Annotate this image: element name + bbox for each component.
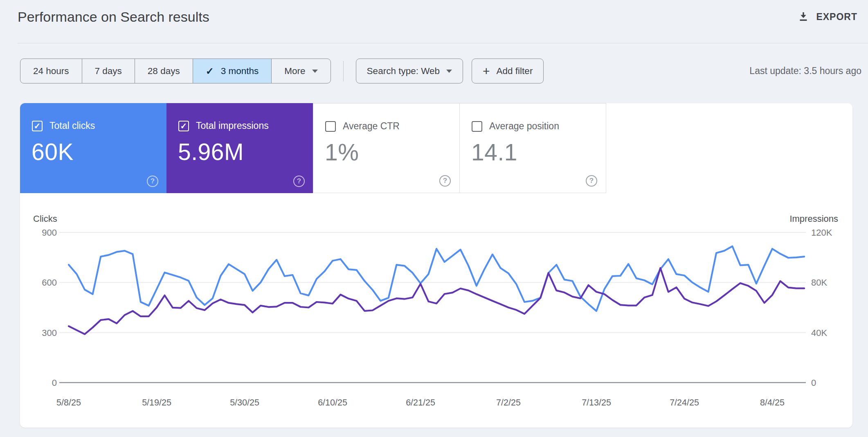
check-icon: ✓ [206, 65, 214, 77]
svg-text:6/21/25: 6/21/25 [406, 398, 435, 408]
svg-text:7/24/25: 7/24/25 [670, 398, 699, 408]
svg-text:300: 300 [42, 328, 57, 338]
metric-value: 5.96M [178, 138, 244, 165]
search-type-label: Search type: Web [367, 66, 440, 77]
toolbar-divider [343, 61, 344, 81]
chip-label: More [284, 66, 305, 77]
metric-label: Total impressions [196, 120, 269, 131]
search-type-dropdown[interactable]: Search type: Web [356, 59, 463, 83]
metric-value: 60K [31, 138, 74, 165]
checkbox-average-position[interactable] [472, 121, 482, 132]
metric-card-total-impressions[interactable]: ✓ Total impressions 5.96M ? [166, 103, 313, 193]
help-icon[interactable]: ? [439, 175, 451, 187]
metric-label: Total clicks [49, 120, 95, 131]
header-divider [18, 43, 868, 43]
help-icon[interactable]: ? [147, 176, 158, 187]
performance-panel: ✓ Total clicks 60K ? ✓ Total impressions… [20, 103, 852, 428]
svg-text:40K: 40K [811, 328, 827, 338]
svg-text:0: 0 [52, 378, 57, 388]
date-range-group: 24 hours 7 days 28 days ✓ 3 months More [20, 59, 331, 83]
metric-label: Average position [489, 121, 559, 132]
svg-text:5/19/25: 5/19/25 [142, 398, 171, 408]
svg-text:0: 0 [811, 378, 816, 388]
chevron-down-icon [312, 70, 318, 73]
date-range-24-hours[interactable]: 24 hours [20, 59, 82, 83]
svg-text:5/30/25: 5/30/25 [230, 398, 259, 408]
help-icon[interactable]: ? [586, 175, 597, 187]
metric-label: Average CTR [343, 121, 400, 132]
last-update-text: Last update: 3.5 hours ago [749, 65, 861, 77]
metric-card-total-clicks[interactable]: ✓ Total clicks 60K ? [20, 103, 167, 193]
checkbox-total-impressions[interactable]: ✓ [178, 121, 189, 131]
svg-text:5/8/25: 5/8/25 [56, 398, 81, 408]
date-range-more[interactable]: More [272, 59, 330, 83]
svg-text:7/2/25: 7/2/25 [496, 398, 521, 408]
svg-text:80K: 80K [811, 277, 827, 288]
svg-text:Clicks: Clicks [33, 214, 57, 224]
download-icon [797, 11, 810, 23]
date-range-7-days[interactable]: 7 days [82, 59, 135, 83]
metric-value: 1% [325, 139, 359, 166]
svg-text:120K: 120K [811, 228, 832, 238]
svg-text:900: 900 [42, 228, 57, 238]
svg-text:6/10/25: 6/10/25 [318, 398, 347, 408]
chip-label: 7 days [95, 66, 122, 77]
svg-text:Impressions: Impressions [789, 214, 838, 224]
help-icon[interactable]: ? [293, 176, 305, 187]
checkbox-total-clicks[interactable]: ✓ [32, 121, 43, 131]
date-range-3-months[interactable]: ✓ 3 months [193, 59, 272, 83]
toolbar: 24 hours 7 days 28 days ✓ 3 months More … [20, 59, 861, 83]
add-filter-button[interactable]: + Add filter [472, 59, 544, 83]
add-filter-label: Add filter [497, 66, 533, 77]
svg-text:8/4/25: 8/4/25 [760, 398, 785, 408]
chart-area: ClicksImpressions0300600900040K80K120K5/… [20, 193, 852, 428]
checkbox-average-ctr[interactable] [325, 121, 336, 132]
metric-cards: ✓ Total clicks 60K ? ✓ Total impressions… [20, 103, 606, 193]
svg-text:7/13/25: 7/13/25 [582, 398, 611, 408]
metric-card-average-ctr[interactable]: Average CTR 1% ? [313, 103, 460, 193]
chip-label: 3 months [221, 66, 259, 77]
performance-chart[interactable]: ClicksImpressions0300600900040K80K120K5/… [20, 193, 852, 428]
date-range-28-days[interactable]: 28 days [135, 59, 193, 83]
metric-value: 14.1 [471, 139, 517, 166]
svg-text:600: 600 [42, 277, 57, 288]
chip-label: 24 hours [33, 66, 69, 77]
plus-icon: + [483, 64, 490, 78]
page-title: Performance on Search results [18, 9, 209, 25]
export-label: EXPORT [816, 11, 857, 23]
export-button[interactable]: EXPORT [797, 11, 857, 23]
chevron-down-icon [446, 70, 452, 73]
metric-card-average-position[interactable]: Average position 14.1 ? [459, 103, 606, 193]
chip-label: 28 days [148, 66, 180, 77]
